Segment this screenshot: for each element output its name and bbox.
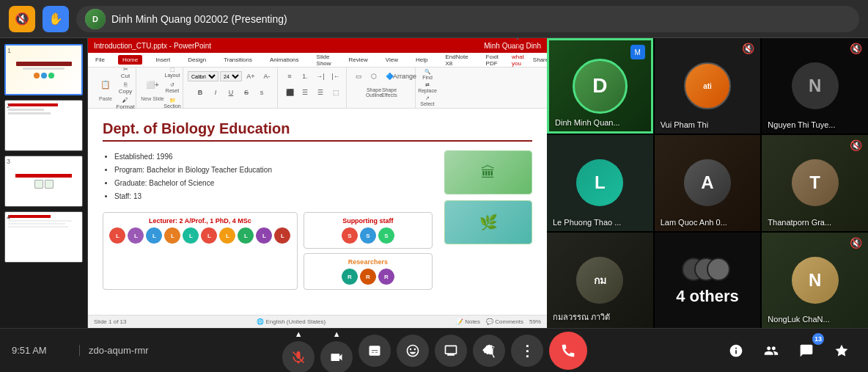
slide-panel: 1 2 [0, 38, 88, 328]
ppt-tab-animations[interactable]: Animations [265, 55, 304, 65]
ppt-align-right-btn[interactable]: ☰ [313, 85, 328, 100]
end-call-button[interactable] [549, 332, 587, 370]
participant-tile-9[interactable]: N NongLuk ChaN... 🔇 [762, 233, 868, 328]
ppt-tab-design[interactable]: Design [183, 55, 210, 65]
slide-section-supporting: Supporting staff S S S Researchers [304, 212, 433, 290]
ppt-bold-btn[interactable]: B [193, 85, 207, 100]
ppt-numbering-btn[interactable]: 1. [298, 69, 312, 84]
ppt-title-bar: Introduction_CTU.pptx - PowerPoint Minh … [88, 38, 547, 53]
ppt-tab-help[interactable]: Help [411, 55, 432, 65]
ppt-outdent-btn[interactable]: |← [328, 69, 343, 84]
ppt-comments-btn[interactable]: 💬 Comments [486, 318, 523, 325]
participant-tile-5[interactable]: A Lam Quoc Anh 0... [655, 135, 761, 230]
slide-section-researchers: Researchers R R R [304, 253, 433, 290]
ppt-underline-btn[interactable]: U [224, 85, 238, 100]
participant-tile-3[interactable]: N Nguyen Thi Tuye... 🔇 [762, 38, 868, 134]
ppt-italic-btn[interactable]: I [208, 85, 223, 100]
ppt-tab-insert[interactable]: Insert [151, 55, 174, 65]
ppt-font-family[interactable]: Calibri [188, 71, 218, 81]
mute-icon-btn[interactable]: 🔇 [9, 6, 35, 32]
participant-name-7: กมลวรรณ ภาวิตั [553, 310, 610, 324]
participant-tile-1[interactable]: D Dinh Minh Quan... M [547, 38, 653, 134]
ppt-tab-slideshow[interactable]: Slide Show [312, 52, 336, 68]
ppt-columns-btn[interactable]: ⬚ [328, 85, 343, 100]
mic-muted-icon [291, 350, 306, 365]
ppt-tab-endnote[interactable]: EndNote X8 [441, 52, 472, 68]
ppt-shapeoutline-btn[interactable]: Shape Outline [367, 85, 381, 100]
ppt-replace-btn[interactable]: ⇄ Replace [420, 82, 435, 94]
activities-button[interactable] [827, 336, 856, 365]
captions-button[interactable] [358, 335, 391, 367]
info-icon [729, 343, 743, 358]
ppt-shapeeffects-btn[interactable]: Shape Effects [382, 85, 397, 100]
ppt-shadow-btn[interactable]: s [254, 85, 269, 100]
slide-left: Established: 1996 Program: Bachelor in B… [103, 150, 433, 303]
present-button[interactable] [435, 335, 467, 367]
ppt-zoom: 59% [529, 318, 541, 325]
ppt-arrange-btn[interactable]: Arrange [397, 69, 412, 84]
avatar-s1: S [342, 227, 358, 244]
ppt-find-btn[interactable]: 🔍 Find [420, 69, 435, 81]
ppt-select-btn[interactable]: ↗ Select [420, 95, 435, 106]
ppt-notes-btn[interactable]: 📝 Notes [456, 318, 480, 325]
slide-thumb-4[interactable]: 4 [4, 211, 83, 263]
emoji-button[interactable] [397, 335, 429, 367]
camera-button[interactable] [320, 341, 353, 373]
participant-tile-6[interactable]: T Thanatporn Gra... 🔇 [762, 135, 868, 230]
ppt-paste-btn[interactable]: 📋 [94, 75, 117, 95]
ppt-layout-btn[interactable]: ⬚ Layout [165, 65, 180, 80]
ppt-fontdown-btn[interactable]: A- [260, 69, 274, 84]
ppt-shape1-btn[interactable]: ▭ [351, 69, 366, 84]
participant-tile-8[interactable]: 4 others [655, 233, 761, 328]
avatar-l8: L [238, 227, 254, 244]
hand-raise-icon-btn[interactable]: ✋ [43, 6, 69, 32]
meeting-id: zdo-aqum-rmr [79, 345, 149, 356]
ppt-tab-file[interactable]: File [91, 55, 109, 65]
ppt-tab-transitions[interactable]: Transitions [219, 55, 257, 65]
avatar-r3: R [378, 269, 394, 285]
more-options-button[interactable]: ⋮ [511, 335, 543, 367]
avatar-s3: S [378, 227, 394, 244]
meeting-time: 9:51 AM [12, 345, 70, 356]
ppt-cut-btn[interactable]: ✂ Cut [118, 65, 133, 80]
ppt-reset-btn[interactable]: ↺ Reset [165, 81, 180, 95]
info-button[interactable] [721, 336, 751, 365]
ppt-bullets-btn[interactable]: ≡ [282, 69, 297, 84]
ppt-tab-view[interactable]: View [381, 55, 402, 65]
camera-chevron-btn[interactable]: ▲ [323, 328, 350, 340]
ppt-copy-btn[interactable]: ⎘ Copy [118, 81, 133, 95]
slide-thumb-2[interactable]: 2 [4, 100, 83, 151]
mute-button[interactable] [282, 341, 315, 373]
ppt-language: 🌐 English (United States) [257, 318, 326, 325]
ppt-fontup-btn[interactable]: A+ [243, 69, 258, 84]
ppt-shape2-btn[interactable]: ⬡ [367, 69, 381, 84]
slide-thumb-1[interactable]: 1 [4, 44, 83, 95]
ppt-share[interactable]: Share [533, 56, 547, 63]
ppt-align-left-btn[interactable]: ⬛ [282, 85, 297, 100]
ppt-tab-review[interactable]: Review [345, 55, 372, 65]
activities-icon [834, 343, 849, 358]
raise-hand-button[interactable] [473, 335, 505, 367]
ppt-align-center-btn[interactable]: ☰ [298, 85, 312, 100]
ppt-newslide-btn[interactable]: ⬜+ [141, 75, 164, 95]
slide-thumb-3[interactable]: 3 [4, 156, 83, 207]
participant-tile-4[interactable]: L Le Phuong Thao ... [547, 135, 653, 230]
ppt-tab-home[interactable]: Home [118, 55, 142, 65]
slide-support-avatars: S S S [309, 227, 427, 244]
chat-button[interactable]: 13 [792, 336, 821, 365]
ppt-tab-foxit[interactable]: Foxit PDF [482, 52, 503, 68]
ppt-view-controls: 📝 Notes 💬 Comments 59% [456, 318, 541, 325]
slide-researchers-title: Researchers [309, 258, 427, 266]
mic-chevron-btn[interactable]: ▲ [285, 328, 312, 340]
ppt-indent-btn[interactable]: →| [313, 69, 328, 84]
avatar-l5: L [183, 227, 199, 244]
participant-tile-2[interactable]: ati Vui Pham Thi 🔇 [655, 38, 761, 134]
ppt-font-size[interactable]: 24 [220, 71, 242, 81]
people-button[interactable] [757, 336, 786, 365]
ppt-strikethrough-btn[interactable]: S [239, 85, 254, 100]
participant-tile-7[interactable]: กม กมลวรรณ ภาวิตั [547, 233, 653, 328]
ppt-group-clipboard: 📋 Paste ✂ Cut ⎘ Copy 🖌 Format [91, 68, 136, 108]
participant-name-4: Le Phuong Thao ... [553, 218, 621, 227]
slide-body: Established: 1996 Program: Bachelor in B… [103, 150, 532, 303]
avatar-l10: L [274, 227, 290, 244]
